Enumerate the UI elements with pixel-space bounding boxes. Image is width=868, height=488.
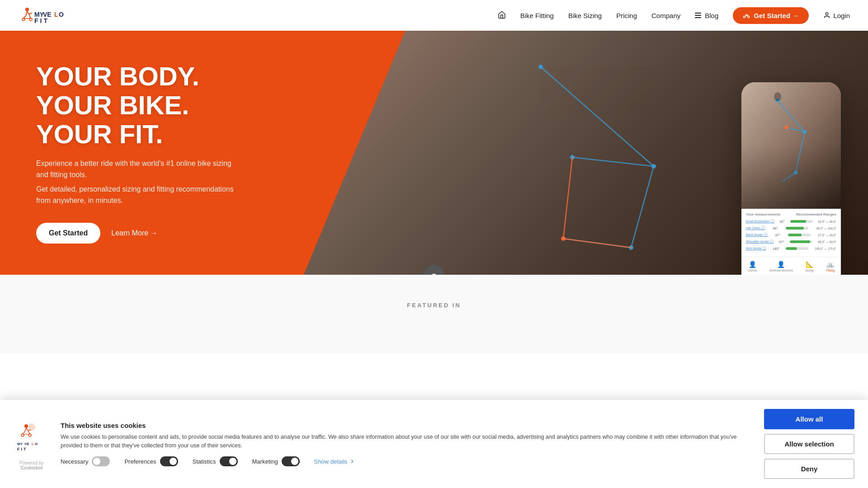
phone-measurements: Your measurements Recommended Ranges Kne… <box>741 209 841 257</box>
nav-pricing[interactable]: Pricing <box>616 12 637 19</box>
svg-point-16 <box>651 164 656 169</box>
svg-point-29 <box>794 171 797 174</box>
phone-mockup: Your measurements Recommended Ranges Kne… <box>741 82 841 275</box>
svg-line-26 <box>787 127 805 132</box>
bike-icon <box>743 12 750 19</box>
phone-nav-fitting: 🚲 Fitting <box>826 261 835 272</box>
featured-title: FEATURED IN <box>36 302 832 309</box>
phone-screen <box>741 82 841 209</box>
hero-title: YOUR BODY. YOUR BIKE. YOUR FIT. <box>36 62 450 148</box>
svg-text:L: L <box>54 11 58 18</box>
phone-nav-clients: 👤 Clients <box>748 261 757 272</box>
navbar: MY VE L O FIT Bike Fitting Bike Sizing P… <box>0 0 868 31</box>
svg-point-8 <box>744 16 745 18</box>
nav-company[interactable]: Company <box>651 12 680 19</box>
nav-bike-fitting[interactable]: Bike Fitting <box>520 12 554 19</box>
phone-nav-refined: 👤 Refined Moment <box>769 261 793 272</box>
svg-point-0 <box>25 8 29 11</box>
svg-point-17 <box>629 245 633 250</box>
hero-learn-more-button[interactable]: Learn More → <box>111 229 157 237</box>
svg-line-25 <box>782 173 796 182</box>
svg-text:O: O <box>59 11 64 18</box>
phone-meas-row: Arm Angle ⓘ 145° 145.0° — 175.0° <box>746 246 836 251</box>
phone-screen-image <box>741 82 841 209</box>
svg-point-9 <box>748 16 750 18</box>
svg-point-30 <box>785 126 788 129</box>
svg-point-10 <box>826 13 828 15</box>
hero-content: YOUR BODY. YOUR BIKE. YOUR FIT. Experien… <box>0 31 477 275</box>
nav-blog[interactable]: Blog <box>695 12 718 19</box>
nav-links: Bike Fitting Bike Sizing Pricing Company… <box>498 7 850 24</box>
svg-line-21 <box>563 157 572 239</box>
nav-home[interactable] <box>498 11 506 20</box>
svg-point-27 <box>776 99 779 102</box>
hero-get-started-button[interactable]: Get Started <box>36 223 100 244</box>
svg-text:FIT: FIT <box>34 17 49 24</box>
phone-measurements-header: Your measurements Recommended Ranges <box>746 212 836 216</box>
nav-get-started-button[interactable]: Get Started → <box>733 7 809 24</box>
svg-line-13 <box>563 239 631 248</box>
phone-meas-row: Shoulder Angle ⓘ 97° 86.0° — 93.0° <box>746 239 836 244</box>
user-icon <box>823 12 830 19</box>
phone-nav-sizing: 📐 Sizing <box>805 261 814 272</box>
svg-line-23 <box>778 100 805 132</box>
hero-subtitle1: Experience a better ride with the world'… <box>36 158 244 181</box>
phone-meas-row: Knee Extension ⓘ 32° 32.0° — 38.0° <box>746 219 836 224</box>
nav-bike-sizing[interactable]: Bike Sizing <box>568 12 602 19</box>
hero-subtitle2: Get detailed, personalized sizing and fi… <box>36 183 244 206</box>
phone-nav-bar: 👤 Clients 👤 Refined Moment 📐 Sizing 🚲 Fi… <box>741 257 841 275</box>
svg-point-28 <box>803 130 807 134</box>
hero-section: YOUR BODY. YOUR BIKE. YOUR FIT. Experien… <box>0 31 868 275</box>
svg-rect-22 <box>741 82 841 209</box>
nav-login[interactable]: Login <box>823 12 850 19</box>
svg-point-31 <box>774 92 781 101</box>
phone-meas-row: Hip Open ⓘ 96° 96.0° — 104.0° <box>746 226 836 230</box>
svg-line-24 <box>796 132 805 173</box>
phone-meas-row: Back Angle ⓘ 37° 37.0° — 43.0° <box>746 233 836 237</box>
hamburger-icon <box>695 13 701 18</box>
svg-point-19 <box>561 236 566 241</box>
svg-point-15 <box>538 65 543 69</box>
svg-line-11 <box>541 67 654 166</box>
svg-line-14 <box>572 157 654 166</box>
svg-line-20 <box>563 239 631 248</box>
featured-section: FEATURED IN <box>0 275 868 354</box>
svg-point-18 <box>570 155 575 160</box>
logo[interactable]: MY VE L O FIT <box>18 4 90 27</box>
svg-line-12 <box>631 166 654 248</box>
hero-buttons: Get Started Learn More → <box>36 223 450 244</box>
